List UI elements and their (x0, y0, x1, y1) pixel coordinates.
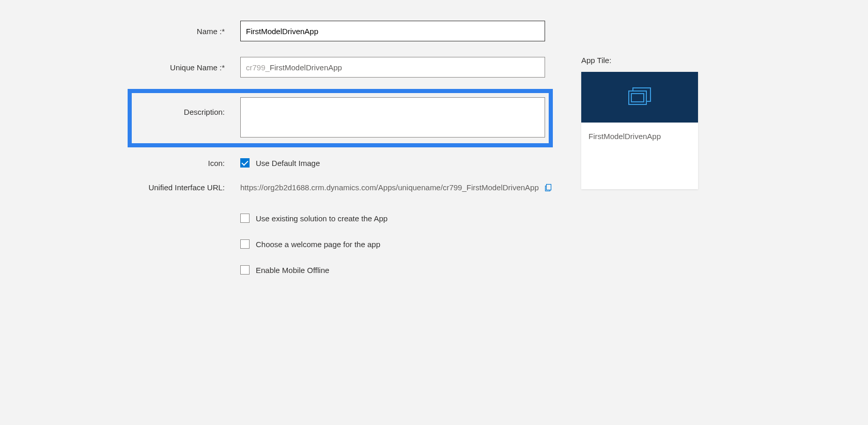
welcome-page-row: Choose a welcome page for the app (240, 239, 563, 249)
description-textarea[interactable] (240, 97, 545, 138)
welcome-page-label: Choose a welcome page for the app (256, 240, 380, 249)
icon-row: Icon: Use Default Image (0, 158, 563, 168)
unique-name-row: Unique Name :* cr799_FirstModelDrivenApp (0, 57, 563, 78)
app-tile-name: FirstModelDrivenApp (581, 123, 698, 150)
mobile-offline-checkbox[interactable] (240, 265, 250, 275)
name-input[interactable] (240, 21, 545, 41)
use-default-image-checkbox[interactable] (240, 158, 250, 168)
description-field-col (240, 97, 545, 140)
app-tile-label: App Tile: (581, 56, 698, 65)
use-existing-label: Use existing solution to create the App (256, 214, 388, 223)
app-tile-panel: App Tile: FirstModelDrivenApp (581, 56, 698, 189)
url-value: https://org2b2d1688.crm.dynamics.com/App… (240, 183, 539, 192)
icon-label: Icon: (0, 159, 240, 168)
unique-name-value: FirstModelDrivenApp (270, 63, 342, 72)
app-designer-form: Name :* Unique Name :* cr799_FirstModelD… (0, 0, 563, 291)
url-field-col: https://org2b2d1688.crm.dynamics.com/App… (240, 183, 552, 192)
url-label: Unified Interface URL: (0, 183, 240, 192)
use-existing-row: Use existing solution to create the App (240, 214, 563, 223)
use-default-image-label: Use Default Image (256, 159, 320, 168)
unique-name-field-col: cr799_FirstModelDrivenApp (240, 57, 545, 78)
name-field-col (240, 21, 545, 41)
unique-name-label: Unique Name :* (0, 63, 240, 72)
description-label: Description: (0, 97, 240, 116)
unique-name-input[interactable]: cr799_FirstModelDrivenApp (240, 57, 545, 78)
use-existing-checkbox[interactable] (240, 214, 250, 223)
copy-url-icon[interactable] (544, 184, 552, 192)
svg-rect-0 (546, 184, 551, 190)
app-tile-icon (627, 86, 653, 109)
url-row: Unified Interface URL: https://org2b2d16… (0, 183, 563, 192)
mobile-offline-label: Enable Mobile Offline (256, 266, 329, 275)
name-row: Name :* (0, 21, 563, 41)
name-label: Name :* (0, 27, 240, 36)
app-tile-header (581, 72, 698, 123)
mobile-offline-row: Enable Mobile Offline (240, 265, 563, 275)
app-tile: FirstModelDrivenApp (581, 72, 698, 189)
icon-field-col: Use Default Image (240, 158, 545, 168)
description-row: Description: (0, 93, 563, 140)
unique-name-prefix: cr799_ (246, 63, 270, 72)
welcome-page-checkbox[interactable] (240, 239, 250, 249)
